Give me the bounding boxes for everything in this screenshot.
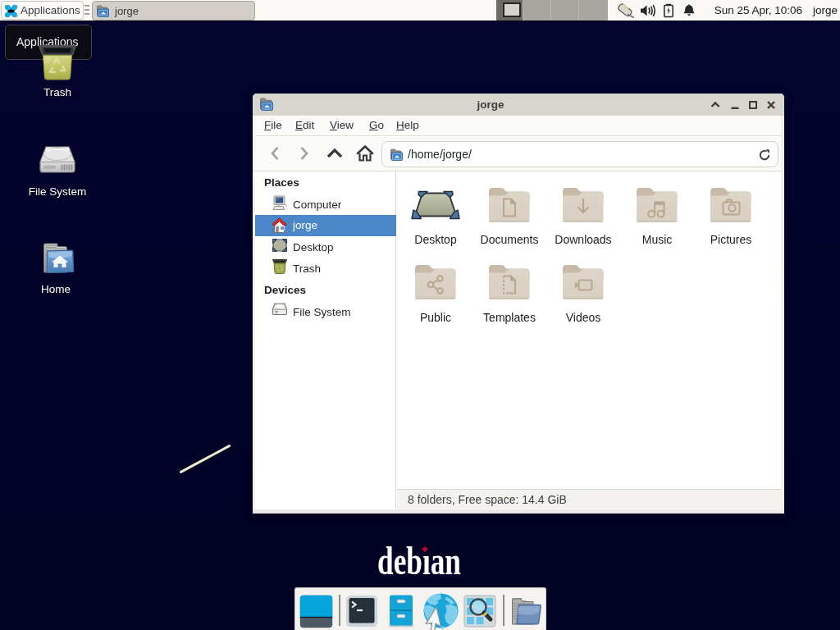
svg-text:debıan: debıan <box>377 539 461 581</box>
